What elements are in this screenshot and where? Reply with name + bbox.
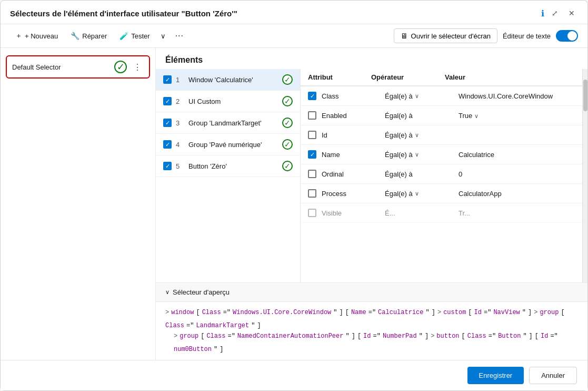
preview-code: > window[Class="Windows.UI.Core.CoreWind…: [156, 302, 587, 360]
op-dropdown-name[interactable]: ∨: [415, 151, 419, 158]
repair-button[interactable]: 🔧 Réparer: [65, 29, 112, 43]
chevron-down-icon: ∨: [165, 289, 170, 296]
element-row[interactable]: ✓ 3 Group 'LandmarkTarget' ✓: [156, 112, 300, 134]
test-icon: 🧪: [119, 32, 128, 40]
attr-op-process: Égal(e) à ∨: [385, 190, 459, 198]
info-icon[interactable]: ℹ: [541, 8, 544, 18]
screen-icon: 🖥: [401, 32, 408, 40]
plus-icon: ＋: [15, 31, 22, 41]
inner-layout: Éléments ✓ 1 Window 'Calculatrice' ✓ ✓ 2: [156, 48, 587, 360]
attr-row-visible: Visible É... Tr...: [301, 203, 582, 223]
attr-op-visible: É...: [385, 209, 459, 217]
preview-header[interactable]: ∨ Sélecteur d'aperçu: [156, 283, 587, 302]
element-valid-icon: ✓: [282, 74, 293, 85]
element-row[interactable]: ✓ 5 Button 'Zéro' ✓: [156, 155, 300, 177]
main-content: Default Selector ✓ ⋮ Éléments ✓ 1 Window…: [1, 48, 587, 360]
code-line-2: > group[Class="NamedContainerAutomationP…: [174, 331, 578, 355]
repair-label: Réparer: [82, 32, 107, 40]
toolbar: ＋ + Nouveau 🔧 Réparer 🧪 Tester ∨ ··· 🖥 O…: [1, 24, 587, 48]
attr-row-process: Process Égal(e) à ∨ CalculatorApp: [301, 184, 582, 203]
screen-selector-label: Ouvrir le sélecteur d'écran: [411, 32, 491, 40]
attributes-panel: Attribut Opérateur Valeur ✓ Class Égal(e…: [301, 69, 582, 282]
element-valid-icon: ✓: [282, 161, 293, 171]
op-dropdown-id[interactable]: ∨: [415, 132, 419, 139]
attr-name-process: Process: [322, 190, 385, 198]
element-checkbox[interactable]: ✓: [163, 97, 172, 105]
close-button[interactable]: ✕: [565, 8, 578, 18]
op-dropdown-process[interactable]: ∨: [415, 190, 419, 197]
attr-val-process: CalculatorApp: [459, 190, 575, 198]
header-attribut: Attribut: [308, 73, 371, 81]
text-editor-label: Éditeur de texte: [503, 32, 551, 40]
scrollbar[interactable]: [582, 69, 587, 282]
attr-checkbox-ordinal[interactable]: [308, 170, 316, 178]
attr-val-ordinal: 0: [459, 170, 575, 178]
test-label: Tester: [131, 32, 150, 40]
attr-val-name: Calculatrice: [459, 151, 575, 159]
selector-item-label: Default Selector: [12, 63, 110, 71]
repair-icon: 🔧: [71, 32, 79, 40]
attr-val-class: Windows.UI.Core.CoreWindow: [459, 92, 575, 100]
attr-checkbox-enabled[interactable]: [308, 111, 316, 120]
dialog-title: Sélecteurs de l'élément d'interface util…: [10, 9, 537, 18]
element-checkbox[interactable]: ✓: [163, 75, 172, 84]
element-checkbox[interactable]: ✓: [163, 119, 172, 127]
attributes-table-header: Attribut Opérateur Valeur: [301, 69, 582, 86]
footer: Enregistrer Annuler: [1, 360, 587, 390]
attr-row-name: ✓ Name Égal(e) à ∨ Calculatrice: [301, 145, 582, 164]
attr-name-name: Name: [322, 151, 385, 159]
attr-checkbox-id[interactable]: [308, 131, 316, 139]
scrollbar-thumb[interactable]: [583, 80, 587, 111]
dropdown-arrow-button[interactable]: ∨: [157, 30, 169, 43]
attr-op-ordinal: Égal(e) à: [385, 170, 459, 178]
op-dropdown-class[interactable]: ∨: [415, 93, 419, 100]
toolbar-right: 🖥 Ouvrir le sélecteur d'écran Éditeur de…: [394, 28, 578, 43]
title-bar: Sélecteurs de l'élément d'interface util…: [1, 1, 587, 24]
cancel-button[interactable]: Annuler: [529, 367, 577, 384]
preview-label: Sélecteur d'aperçu: [173, 288, 230, 296]
new-button[interactable]: ＋ + Nouveau: [10, 28, 63, 43]
element-valid-icon: ✓: [282, 118, 293, 128]
element-checkbox[interactable]: ✓: [163, 162, 172, 170]
header-operateur: Opérateur: [371, 73, 445, 81]
attr-op-enabled: Égal(e) à: [385, 112, 459, 120]
expand-button[interactable]: ⤢: [549, 8, 561, 18]
element-row[interactable]: ✓ 1 Window 'Calculatrice' ✓: [156, 69, 300, 91]
attr-val-enabled: True ∨: [459, 112, 575, 120]
header-valeur: Valeur: [445, 73, 575, 81]
test-button[interactable]: 🧪 Tester: [114, 29, 155, 43]
attr-row-id: Id Égal(e) à ∨: [301, 125, 582, 145]
attr-checkbox-class[interactable]: ✓: [308, 92, 316, 100]
elements-header: Éléments: [156, 48, 587, 69]
code-line-1: > window[Class="Windows.UI.Core.CoreWind…: [165, 307, 578, 331]
attr-row-enabled: Enabled Égal(e) à True ∨: [301, 106, 582, 125]
element-row[interactable]: ✓ 4 Group 'Pavé numérique' ✓: [156, 134, 300, 155]
element-row[interactable]: ✓ 2 UI Custom ✓: [156, 91, 300, 112]
attr-row-class: ✓ Class Égal(e) à ∨ Windows.UI.Core.Core…: [301, 86, 582, 106]
more-button[interactable]: ···: [171, 28, 188, 43]
attr-name-ordinal: Ordinal: [322, 170, 385, 178]
element-valid-icon: ✓: [282, 96, 293, 106]
attr-checkbox-name[interactable]: ✓: [308, 150, 316, 159]
text-editor-toggle[interactable]: [556, 30, 578, 42]
new-label: + Nouveau: [25, 32, 58, 40]
elements-list: ✓ 1 Window 'Calculatrice' ✓ ✓ 2 UI Custo…: [156, 69, 301, 282]
selector-valid-icon: ✓: [114, 61, 127, 73]
mid-section: ✓ 1 Window 'Calculatrice' ✓ ✓ 2 UI Custo…: [156, 69, 587, 282]
attr-name-id: Id: [322, 131, 385, 139]
default-selector-item[interactable]: Default Selector ✓ ⋮: [6, 55, 150, 79]
toggle-knob: [567, 31, 577, 41]
attr-name-class: Class: [322, 92, 385, 100]
element-checkbox[interactable]: ✓: [163, 140, 172, 149]
attr-val-visible: Tr...: [459, 209, 575, 217]
toggle-switch[interactable]: [556, 30, 578, 42]
attr-checkbox-process[interactable]: [308, 189, 316, 198]
screen-selector-button[interactable]: 🖥 Ouvrir le sélecteur d'écran: [394, 28, 497, 43]
preview-section: ∨ Sélecteur d'aperçu > window[Class="Win…: [156, 282, 587, 360]
val-dropdown-enabled[interactable]: ∨: [474, 113, 479, 119]
selector-more-button[interactable]: ⋮: [131, 61, 144, 73]
save-button[interactable]: Enregistrer: [467, 367, 524, 384]
attr-name-visible: Visible: [322, 209, 385, 217]
attr-checkbox-visible[interactable]: [308, 209, 316, 217]
element-valid-icon: ✓: [282, 139, 293, 150]
